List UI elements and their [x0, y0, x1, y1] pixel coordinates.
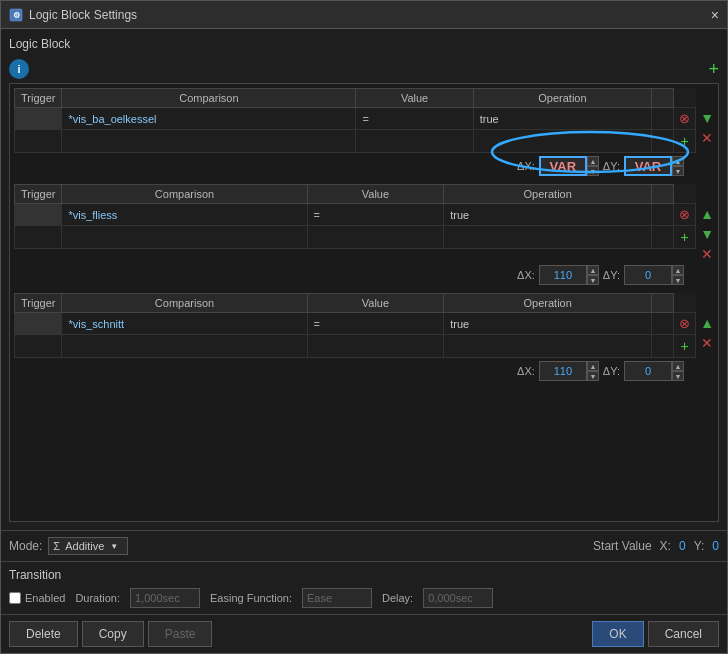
- block-table-wrap-2: Trigger Comparison Value Operation *vis_…: [14, 184, 714, 262]
- delay-label: Delay:: [382, 592, 413, 604]
- dropdown-arrow-icon: ▼: [110, 542, 118, 551]
- add-row-1[interactable]: +: [674, 130, 696, 153]
- scroll-area[interactable]: Trigger Comparison Value Operation *vis_…: [9, 83, 719, 522]
- block-controls-3: ▲ ✕: [700, 293, 714, 351]
- dialog-title: Logic Block Settings: [29, 8, 137, 22]
- dy-input-2[interactable]: [624, 265, 672, 285]
- dy-spin-up-2[interactable]: ▲: [672, 265, 684, 275]
- col-header-comparison-2: Comparison: [62, 185, 307, 204]
- dx-spinner-2: ▲ ▼: [539, 265, 599, 285]
- dy-spinner-3: ▲ ▼: [624, 361, 684, 381]
- remove-row-1-1[interactable]: ⊗: [674, 108, 696, 130]
- dx-spin-down-2[interactable]: ▼: [587, 275, 599, 285]
- trigger-cell-2-1: *vis_fliess: [62, 204, 307, 226]
- block-table-wrap-1: Trigger Comparison Value Operation *vis_…: [14, 88, 714, 153]
- dx-spinner-1: ▲ ▼: [539, 156, 599, 176]
- col-header-value-1: Value: [356, 89, 473, 108]
- dx-spin-up-1[interactable]: ▲: [587, 156, 599, 166]
- title-bar: ⚙ Logic Block Settings ×: [1, 1, 727, 29]
- value-cell-2-1: true: [444, 204, 652, 226]
- value-cell-1-1: true: [473, 108, 651, 130]
- app-icon: ⚙: [9, 8, 23, 22]
- remove-row-3-1[interactable]: ⊗: [674, 313, 696, 335]
- delete-button[interactable]: Delete: [9, 621, 78, 647]
- dy-spin-up-1[interactable]: ▲: [672, 156, 684, 166]
- trigger-cell-3-1: *vis_schnitt: [62, 313, 307, 335]
- value-cell-3-1: true: [444, 313, 652, 335]
- dy-spin-down-2[interactable]: ▼: [672, 275, 684, 285]
- ok-button[interactable]: OK: [592, 621, 643, 647]
- svg-text:⚙: ⚙: [13, 11, 20, 20]
- col-header-trigger-2: Trigger: [15, 185, 62, 204]
- add-row-2[interactable]: +: [674, 226, 696, 249]
- copy-button[interactable]: Copy: [82, 621, 144, 647]
- title-bar-left: ⚙ Logic Block Settings: [9, 8, 137, 22]
- table-row: +: [15, 130, 696, 153]
- bottom-bar: Mode: Σ Additive ▼ Start Value X: 0 Y: 0: [1, 530, 727, 561]
- mode-select[interactable]: Σ Additive ▼: [48, 537, 128, 555]
- mode-label: Mode:: [9, 539, 42, 553]
- table-row: *vis_ba_oelkessel = true ⊗: [15, 108, 696, 130]
- col-header-value-3: Value: [307, 294, 444, 313]
- dx-input-2[interactable]: [539, 265, 587, 285]
- move-down-button-2[interactable]: ▼: [700, 226, 714, 242]
- move-up-button-2[interactable]: ▲: [700, 206, 714, 222]
- dy-input-3[interactable]: [624, 361, 672, 381]
- delete-block-1[interactable]: ✕: [701, 130, 713, 146]
- block-section-1: Trigger Comparison Value Operation *vis_…: [14, 88, 714, 176]
- block-controls-1: ▼ ✕: [700, 88, 714, 146]
- dx-spin-up-3[interactable]: ▲: [587, 361, 599, 371]
- info-row: Logic Block: [9, 37, 719, 55]
- table-row: +: [15, 335, 696, 358]
- delay-input[interactable]: [423, 588, 493, 608]
- block-table-wrap-3: Trigger Comparison Value Operation *vis_…: [14, 293, 714, 358]
- dx-input-1[interactable]: [539, 156, 587, 176]
- dy-spin-down-1[interactable]: ▼: [672, 166, 684, 176]
- dy-input-1[interactable]: [624, 156, 672, 176]
- move-down-button-1[interactable]: ▼: [700, 110, 714, 126]
- dx-spin-down-3[interactable]: ▼: [587, 371, 599, 381]
- table-row: *vis_fliess = true ⊗: [15, 204, 696, 226]
- col-header-operation-3: Operation: [444, 294, 652, 313]
- dy-spinner-1: ▲ ▼: [624, 156, 684, 176]
- dy-label-1: ΔY:: [603, 160, 620, 172]
- remove-row-2-1[interactable]: ⊗: [674, 204, 696, 226]
- dx-spin-down-1[interactable]: ▼: [587, 166, 599, 176]
- enabled-label: Enabled: [25, 592, 65, 604]
- x-label: X:: [660, 539, 671, 553]
- transition-row: Enabled Duration: Easing Function: Delay…: [9, 588, 719, 608]
- section-label: Logic Block: [9, 37, 70, 51]
- dy-spin-up-3[interactable]: ▲: [672, 361, 684, 371]
- delete-block-3[interactable]: ✕: [701, 335, 713, 351]
- add-row-3[interactable]: +: [674, 335, 696, 358]
- start-value-label: Start Value: [593, 539, 651, 553]
- duration-input[interactable]: [130, 588, 200, 608]
- action-bar-right: OK Cancel: [592, 621, 719, 647]
- easing-input[interactable]: [302, 588, 372, 608]
- dx-spinner-3: ▲ ▼: [539, 361, 599, 381]
- paste-button[interactable]: Paste: [148, 621, 213, 647]
- dx-label-2: ΔX:: [517, 269, 535, 281]
- cancel-button[interactable]: Cancel: [648, 621, 719, 647]
- dx-spin-up-2[interactable]: ▲: [587, 265, 599, 275]
- table-row: *vis_schnitt = true ⊗: [15, 313, 696, 335]
- dy-spin-down-3[interactable]: ▼: [672, 371, 684, 381]
- x-value: 0: [679, 539, 686, 553]
- col-header-trigger-1: Trigger: [15, 89, 62, 108]
- dialog-body: Logic Block i + Trigger Comparison: [1, 29, 727, 530]
- info-icon: i: [9, 59, 29, 79]
- enabled-checkbox[interactable]: [9, 592, 21, 604]
- mode-row: Mode: Σ Additive ▼ Start Value X: 0 Y: 0: [9, 537, 719, 555]
- block-table-3: Trigger Comparison Value Operation *vis_…: [14, 293, 696, 358]
- add-block-button[interactable]: +: [708, 60, 719, 78]
- enabled-checkbox-wrap: Enabled: [9, 592, 65, 604]
- col-header-trigger-3: Trigger: [15, 294, 62, 313]
- delete-block-2[interactable]: ✕: [701, 246, 713, 262]
- move-up-button-3[interactable]: ▲: [700, 315, 714, 331]
- delta-row-1: ΔX: ▲ ▼ ΔY: ▲ ▼: [14, 156, 714, 176]
- operation-cell-2-1: [652, 204, 674, 226]
- dx-input-3[interactable]: [539, 361, 587, 381]
- close-button[interactable]: ×: [711, 7, 719, 23]
- trigger-cell-1-1: *vis_ba_oelkessel: [62, 108, 356, 130]
- col-header-comparison-1: Comparison: [62, 89, 356, 108]
